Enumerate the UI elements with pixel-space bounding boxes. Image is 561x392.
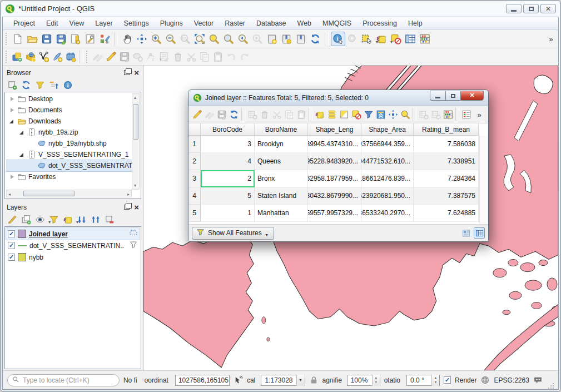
filter-legend-by-expression-icon[interactable]: ε▾ (61, 213, 75, 226)
mouse-position-icon[interactable] (234, 375, 243, 385)
cell-shape_area-row2[interactable]: 3044771532.610... (361, 153, 414, 170)
crs-status[interactable]: EPSG:2263 (494, 376, 529, 384)
style-manager-icon[interactable]: a (97, 32, 112, 46)
dialog-titlebar[interactable]: Joined layer :: Features Total: 5, Filte… (188, 90, 488, 106)
identify-features-icon[interactable]: i (331, 32, 345, 46)
cell-shape_area-row5[interactable]: 636533240.2970... (361, 205, 414, 222)
expand-all-icon[interactable] (75, 213, 88, 226)
select-all-icon[interactable] (326, 108, 338, 121)
column-header-rating_b_mean[interactable]: Rating_B_mean (414, 123, 479, 136)
spinner-arrows-icon[interactable]: ▴▾ (431, 375, 439, 386)
zoom-to-selection-icon[interactable] (207, 32, 221, 46)
save-project-icon[interactable] (39, 32, 54, 46)
browser-vscroll-thumb[interactable] (133, 104, 138, 140)
remove-layer-group-icon[interactable] (103, 213, 116, 226)
layer-visibility-checkbox[interactable]: ✓ (8, 242, 15, 249)
dialog-close-button[interactable]: ✕ (460, 91, 484, 101)
reload-table-icon[interactable] (228, 108, 240, 121)
cell-boroname-row1[interactable]: Brooklyn (255, 136, 308, 153)
new-mesh-layer-icon[interactable] (64, 50, 77, 63)
coordinate-input[interactable]: 1027586,165105 (175, 375, 230, 386)
browser-hscrollbar[interactable]: ◂ ▸ (6, 190, 132, 197)
expanded-expander-icon[interactable] (9, 118, 16, 125)
show-layout-manager-icon[interactable] (83, 32, 97, 46)
minimize-button[interactable] (506, 4, 522, 13)
cell-rating_b_mean-row5[interactable]: 7.624885 (414, 205, 479, 222)
cell-rating_b_mean-row1[interactable]: 7.586038 (414, 136, 479, 153)
row-number-header[interactable] (188, 123, 201, 136)
add-selected-layers-icon[interactable] (6, 78, 19, 92)
table-scrollbar-track[interactable] (479, 136, 488, 224)
menu-view[interactable]: View (64, 18, 89, 29)
show-bookmark-manager-icon[interactable] (294, 32, 308, 46)
menu-database[interactable]: Database (251, 18, 291, 29)
render-checkbox[interactable]: ✓ (444, 376, 451, 384)
new-shapefile-layer-icon[interactable] (37, 50, 51, 63)
cell-shape_area-row1[interactable]: 1937566944.359... (361, 136, 414, 153)
layers-float-icon[interactable] (124, 205, 130, 210)
resize-grip[interactable] (548, 383, 554, 389)
messages-bubble-icon[interactable] (533, 375, 543, 385)
menu-edit[interactable]: Edit (41, 18, 63, 29)
rotation-spinbox[interactable]: 0.0 ° ▴▾ (406, 375, 440, 386)
new-spatial-bookmark-icon[interactable] (265, 32, 279, 46)
browser-item-downloads[interactable]: Downloads (6, 116, 132, 127)
browser-item-desktop[interactable]: Desktop (6, 93, 132, 105)
deselect-all-icon[interactable] (350, 108, 363, 121)
conditional-formatting-icon[interactable] (460, 108, 473, 121)
browser-vscrollbar[interactable]: ▴ ▾ (132, 93, 140, 190)
toolbar-overflow-icon[interactable]: » (546, 32, 556, 46)
filter-indicator-icon[interactable] (129, 240, 138, 251)
cell-shape_area-row3[interactable]: 1186612476.839... (361, 170, 414, 187)
open-project-icon[interactable] (25, 32, 39, 46)
new-print-layout-icon[interactable] (68, 32, 83, 46)
zoom-to-layer-icon[interactable] (221, 32, 236, 46)
row-number[interactable]: 5 (188, 205, 201, 222)
browser-hscroll-thumb[interactable] (23, 191, 75, 196)
cell-borocode-row1[interactable]: 3 (201, 136, 255, 153)
filter-browser-icon[interactable] (33, 78, 47, 92)
column-header-boroname[interactable]: BoroName (255, 123, 308, 136)
new-virtual-layer-icon[interactable] (51, 50, 64, 63)
new-project-icon[interactable] (11, 32, 25, 46)
pan-map-icon[interactable] (120, 32, 135, 46)
pan-to-selection-icon[interactable] (387, 108, 399, 121)
menu-processing[interactable]: Processing (358, 18, 402, 29)
browser-item-documents[interactable]: Documents (6, 105, 132, 116)
cell-borocode-row5[interactable]: 1 (201, 205, 255, 222)
browser-item-nybb-19a-zip[interactable]: nybb_19a.zip (6, 127, 132, 138)
layer-item-nybb[interactable]: ✓nybb (6, 251, 140, 263)
filter-select-features-icon[interactable] (363, 108, 375, 121)
row-number[interactable]: 2 (188, 153, 201, 170)
maximize-button[interactable] (523, 4, 539, 13)
cell-shape_leng-row3[interactable]: 462958.1877959... (308, 170, 361, 187)
deselect-features-icon[interactable] (389, 32, 403, 46)
cell-boroname-row2[interactable]: Queens (255, 153, 308, 170)
locator-search[interactable]: Type to locate (Ctrl+K) (7, 374, 120, 386)
window-titlebar[interactable]: *Untitled Project - QGIS ✕ (1, 1, 560, 17)
menu-raster[interactable]: Raster (220, 18, 250, 29)
cell-boroname-row4[interactable]: Staten Island (255, 187, 308, 205)
layer-visibility-checkbox[interactable]: ✓ (8, 254, 15, 261)
cell-shape_leng-row4[interactable]: 330432.8679990... (308, 187, 361, 205)
open-attribute-table-icon[interactable] (403, 32, 418, 46)
filter-legend-icon[interactable] (47, 213, 61, 226)
dialog-maximize-button[interactable] (445, 91, 460, 101)
browser-item-dot-v-sss-segmentrating-1[interactable]: dot_V_SSS_SEGMENTRATING_1 (6, 160, 132, 171)
column-header-borocode[interactable]: BoroCode (201, 123, 255, 136)
refresh-browser-icon[interactable] (19, 78, 33, 92)
dialog-toolbar-overflow-icon[interactable]: » (473, 108, 485, 121)
zoom-in-icon[interactable] (149, 32, 163, 46)
layer-visibility-checkbox[interactable]: ✓ (8, 230, 15, 237)
zoom-full-icon[interactable] (192, 32, 207, 46)
cell-shape_leng-row2[interactable]: 895228.9483920... (308, 153, 361, 170)
lock-scale-icon[interactable] (309, 375, 319, 385)
spinner-arrows-icon[interactable]: ▴▾ (372, 375, 380, 386)
column-header-shape_leng[interactable]: Shape_Leng (308, 123, 361, 136)
collapse-all-icon[interactable] (47, 78, 61, 92)
cell-boroname-row3[interactable]: Bronx (255, 170, 308, 187)
collapsed-expander-icon[interactable] (9, 107, 16, 113)
cell-borocode-row3[interactable]: 2 (201, 170, 255, 187)
expanded-expander-icon[interactable] (19, 152, 26, 158)
menu-layer[interactable]: Layer (90, 18, 117, 29)
